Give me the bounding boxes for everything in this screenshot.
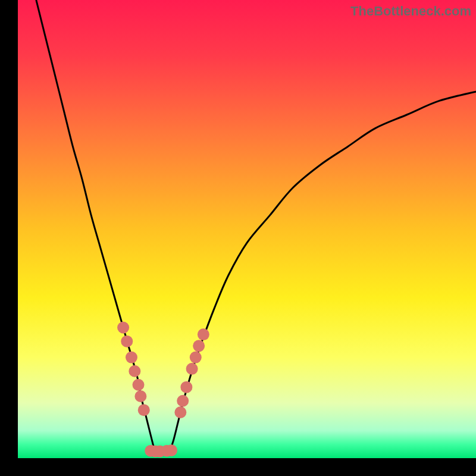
data-point <box>177 395 189 407</box>
chart-container <box>18 0 476 458</box>
watermark-text: TheBottleneck.com <box>350 4 471 19</box>
data-point <box>198 328 209 340</box>
data-point <box>121 336 133 347</box>
chart-plot <box>18 0 476 458</box>
data-point <box>117 322 129 334</box>
chart-background <box>18 0 476 458</box>
data-point <box>180 381 192 393</box>
data-point <box>129 365 140 377</box>
data-point <box>126 352 137 364</box>
data-point <box>133 379 145 391</box>
data-point <box>165 444 177 456</box>
data-point <box>134 390 146 402</box>
data-point <box>174 406 186 418</box>
data-point <box>190 352 202 364</box>
data-point <box>193 340 205 352</box>
data-point <box>186 363 198 375</box>
data-point <box>138 404 150 416</box>
